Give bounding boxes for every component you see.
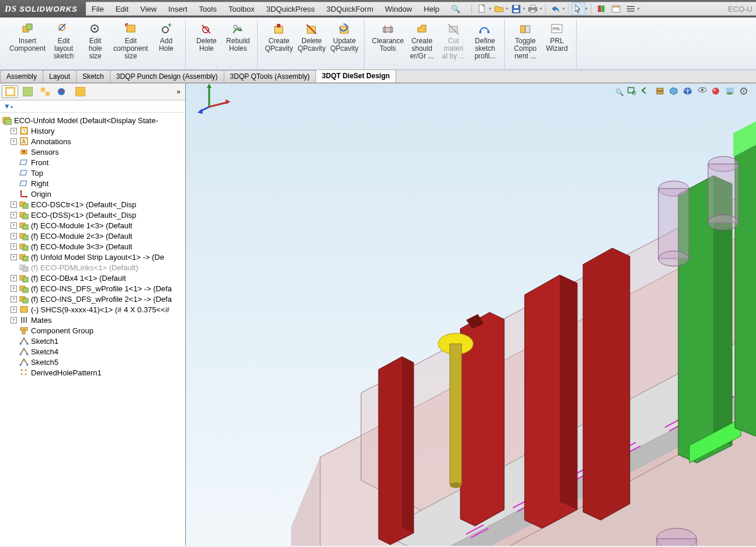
annotation-icon: A [19, 137, 29, 146]
print-button[interactable] [526, 3, 539, 15]
tree-root[interactable]: ECO-Unfold Model (Default<Display State- [0, 115, 185, 126]
tree-node[interactable]: +(f) ECO-Module 3<3> (Default [0, 241, 185, 252]
clearance-tools-icon [381, 22, 395, 35]
part-icon [19, 305, 29, 314]
tree-node[interactable]: Component Group [0, 325, 185, 336]
command-tab-3dqt-dieset-design[interactable]: 3DQT DieSet Design [315, 69, 396, 82]
configuration-manager-tab[interactable] [37, 85, 53, 98]
menu-3dquickform[interactable]: 3DQuickForm [321, 1, 379, 17]
tree-node[interactable]: Sensors [0, 147, 185, 157]
insert-component-button[interactable]: InsertComponent [7, 20, 48, 69]
delete-qpcavity-button[interactable]: DeleteQPcavity [295, 20, 328, 69]
tree-node[interactable]: +(f) Unfold Model Strip Layout<1> -> (De [0, 252, 185, 262]
tree-node[interactable]: DerivedHolePattern1 [0, 367, 185, 378]
menu-edit[interactable]: Edit [110, 1, 134, 17]
edit-layout-sketch-button[interactable]: Editlayoutsketch [48, 20, 79, 69]
3d-viewport[interactable]: 🔍 [186, 83, 756, 546]
save-button[interactable] [509, 3, 522, 15]
dimxpert-manager-tab[interactable] [54, 85, 71, 98]
new-file-button[interactable] [476, 3, 488, 15]
feature-manager-tab[interactable] [2, 85, 18, 98]
delete-hole-button[interactable]: DeleteHole [190, 20, 222, 69]
tree-node[interactable]: +(f) ECO-Module 2<3> (Default [0, 231, 185, 241]
svg-marker-178 [197, 109, 203, 114]
tree-node[interactable]: +(f) ECO-INS_DFS_wProfile 1<1> -> (Defa [0, 283, 185, 294]
svg-rect-10 [612, 6, 620, 8]
svg-rect-6 [530, 10, 535, 12]
tree-node[interactable]: +(f) ECO-Module 1<3> (Default [0, 220, 185, 231]
settings-list-button[interactable] [624, 3, 637, 15]
undo-button[interactable] [549, 3, 562, 15]
rebuild-button[interactable] [595, 3, 608, 15]
sketch-icon [19, 357, 29, 367]
filter-icon[interactable]: ▼▾ [4, 102, 13, 110]
rebuild-holes-button[interactable]: RebuildHoles [222, 20, 254, 69]
prl-wizard-icon: PRL [550, 22, 564, 35]
tree-node[interactable]: +Mates [0, 315, 185, 325]
tree-node[interactable]: +ECO-(DSS)<1> (Default<_Disp [0, 210, 185, 220]
menu-tools[interactable]: Tools [193, 1, 223, 17]
cut-material-icon [446, 22, 460, 35]
svg-rect-49 [75, 87, 85, 96]
svg-point-96 [25, 370, 27, 371]
options-button[interactable] [609, 3, 622, 15]
command-tab-3dqp-punch-design-assembly-[interactable]: 3DQP Punch Design (Assembly) [110, 70, 224, 82]
tree-node[interactable]: +History [0, 126, 185, 136]
edit-component-size-button[interactable]: Editcomponentsize [111, 20, 150, 69]
group-icon [19, 326, 29, 335]
cut-material-button: Cutmaterial by ... [438, 20, 469, 69]
property-manager-tab[interactable] [19, 85, 36, 98]
command-tab-layout[interactable]: Layout [43, 70, 77, 82]
menu-view[interactable]: View [134, 1, 162, 17]
clearance-tools-button[interactable]: ClearanceTools [369, 20, 406, 69]
sensor-icon [19, 147, 29, 156]
view-triad-icon[interactable] [197, 83, 756, 541]
menu-insert[interactable]: Insert [162, 1, 193, 17]
pattern-icon [19, 368, 29, 377]
define-sketch-profile-button[interactable]: Definesketchprofil... [469, 20, 501, 69]
command-tab-3dqp-qtools-assembly-[interactable]: 3DQP QTools (Assembly) [224, 70, 316, 82]
tree-node[interactable]: Sketch4 [0, 346, 185, 357]
menu-3dquickpress[interactable]: 3DQuickPress [261, 1, 321, 17]
create-qpcavity-button[interactable]: CreateQPcavity [262, 20, 295, 69]
tree-node[interactable]: Origin [0, 189, 185, 199]
svg-line-175 [209, 102, 228, 107]
svg-point-95 [21, 370, 23, 371]
svg-point-97 [21, 374, 23, 375]
update-qpcavity-button[interactable]: UpdateQPcavity [328, 20, 360, 69]
menu-file[interactable]: File [86, 1, 110, 17]
display-manager-tab[interactable] [72, 85, 88, 98]
toggle-component-button[interactable]: ToggleComponent ... [509, 20, 541, 69]
add-hole-button[interactable]: +AddHole [150, 20, 182, 69]
define-sketch-profile-icon [478, 22, 492, 35]
tree-node[interactable]: +(f) ECO-INS_DFS_wProfile 2<1> -> (Defa [0, 294, 185, 304]
svg-rect-88 [22, 331, 25, 334]
sketch-icon [19, 347, 29, 356]
command-tab-sketch[interactable]: Sketch [76, 70, 110, 82]
menu-toolbox[interactable]: Toolbox [223, 1, 261, 17]
menu-window[interactable]: Window [379, 1, 418, 17]
open-file-button[interactable] [493, 3, 505, 15]
tree-node[interactable]: Sketch1 [0, 336, 185, 346]
select-tool-button[interactable] [572, 3, 585, 15]
prl-wizard-button[interactable]: PRLPRLWizard [541, 20, 573, 69]
svg-rect-44 [7, 89, 13, 95]
svg-rect-87 [25, 327, 27, 330]
search-help-icon[interactable]: 🔍 [445, 1, 466, 17]
tree-node[interactable]: Right [0, 178, 185, 189]
tree-node[interactable]: Front [0, 157, 185, 168]
menu-help[interactable]: Help [418, 1, 445, 17]
tree-node[interactable]: Top [0, 168, 185, 178]
tree-node[interactable]: +(f) ECO-DBx4 1<1> (Default [0, 273, 185, 283]
feature-tree-list[interactable]: ECO-Unfold Model (Default<Display State-… [0, 113, 185, 546]
tree-node[interactable]: +AAnnotations [0, 136, 185, 147]
tree-node[interactable]: Sketch5 [0, 357, 185, 367]
tree-node[interactable]: +ECO-DSCtr<1> (Default<_Disp [0, 199, 185, 210]
edit-hole-size-button[interactable]: Editholesize [79, 20, 111, 69]
panel-expand-icon[interactable]: » [173, 88, 184, 96]
command-tab-assembly[interactable]: Assembly [0, 70, 43, 82]
tree-node[interactable]: (f) ECO-PDMLinks<1> (Default) [0, 262, 185, 273]
tree-node[interactable]: +(-) SHCS(9-xxxx-41)<1> (# 4 X 0.375<<# [0, 304, 185, 315]
create-shoulder-button[interactable]: Createshoulder/Gr ... [406, 20, 438, 69]
svg-rect-79 [23, 288, 28, 292]
